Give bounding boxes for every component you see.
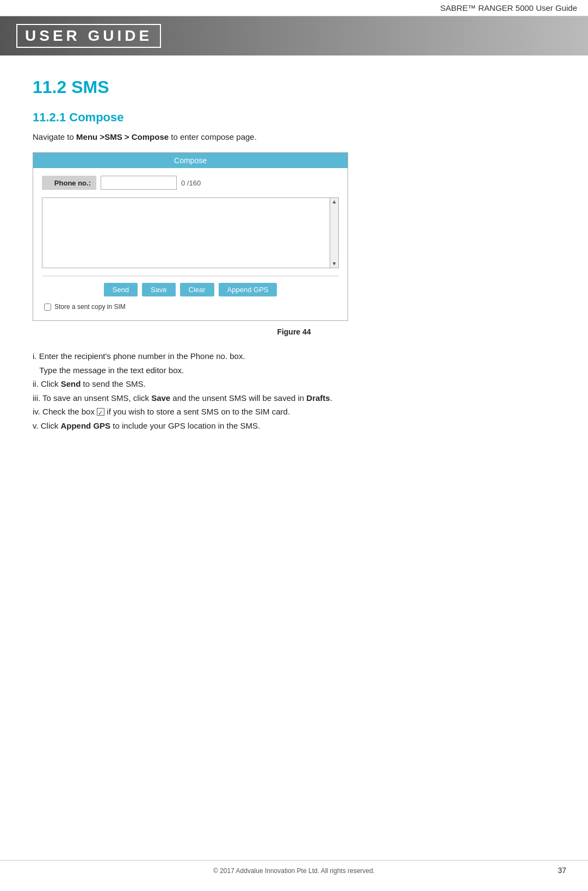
- scrollbar: ▲ ▼: [330, 198, 338, 268]
- banner-text: USER GUIDE: [16, 24, 161, 48]
- save-ref: Save: [151, 393, 170, 403]
- compose-ui-mock: Compose Phone no.: 0 /160 ▲ ▼ Send: [33, 152, 348, 321]
- instruction-iii: iii. To save an unsent SMS, click Save a…: [33, 391, 555, 405]
- page-header: SABRE™ RANGER 5000 User Guide: [0, 0, 588, 16]
- section-title: 11.2 SMS: [33, 77, 555, 97]
- divider: [42, 276, 339, 276]
- phone-row: Phone no.: 0 /160: [42, 176, 339, 190]
- footer-divider: [0, 860, 588, 861]
- phone-label: Phone no.:: [42, 176, 96, 190]
- subsection-title: 11.2.1 Compose: [33, 110, 555, 125]
- instructions: i. Enter the recipient's phone number in…: [33, 349, 555, 432]
- nav-instruction-prefix: Navigate to: [33, 132, 76, 141]
- store-label: Store a sent copy in SIM: [54, 303, 126, 311]
- compose-header: Compose: [33, 153, 348, 168]
- user-guide-banner: USER GUIDE: [0, 16, 588, 55]
- drafts-ref: Drafts: [306, 393, 330, 403]
- instruction-ii: ii. Click Send to send the SMS.: [33, 377, 555, 391]
- send-ref: Send: [61, 379, 81, 388]
- nav-instruction: Navigate to Menu >SMS > Compose to enter…: [33, 132, 555, 141]
- page-footer: © 2017 Addvalue Innovation Pte Ltd. All …: [0, 860, 588, 875]
- phone-input[interactable]: [101, 176, 177, 190]
- compose-body: Phone no.: 0 /160 ▲ ▼ Send Save Clear A: [33, 168, 348, 320]
- scroll-up-arrow: ▲: [332, 199, 337, 205]
- instruction-v: v. Click Append GPS to include your GPS …: [33, 419, 555, 433]
- footer-copyright: © 2017 Addvalue Innovation Pte Ltd. All …: [213, 867, 375, 875]
- clear-button[interactable]: Clear: [180, 283, 214, 296]
- send-button[interactable]: Send: [104, 283, 138, 296]
- main-content: 11.2 SMS 11.2.1 Compose Navigate to Menu…: [0, 55, 588, 487]
- save-button[interactable]: Save: [142, 283, 176, 296]
- page-number: 37: [558, 866, 566, 875]
- message-textarea[interactable]: ▲ ▼: [42, 197, 339, 268]
- scroll-down-arrow: ▼: [332, 261, 337, 267]
- nav-instruction-bold: Menu >SMS > Compose: [76, 132, 169, 141]
- store-checkbox[interactable]: [44, 304, 51, 311]
- append-gps-button[interactable]: Append GPS: [219, 283, 277, 296]
- header-title: SABRE™ RANGER 5000 User Guide: [440, 3, 577, 13]
- append-gps-ref: Append GPS: [60, 421, 110, 430]
- figure-caption: Figure 44: [33, 327, 555, 336]
- phone-input-wrap: 0 /160: [101, 176, 339, 190]
- instruction-iv: iv. Check the box if you wish to store a…: [33, 405, 555, 419]
- instruction-i: i. Enter the recipient's phone number in…: [33, 349, 555, 363]
- buttons-row: Send Save Clear Append GPS: [42, 283, 339, 296]
- store-row: Store a sent copy in SIM: [42, 303, 339, 313]
- phone-counter: 0 /160: [181, 179, 201, 187]
- instruction-i-cont: Type the message in the text editor box.: [33, 363, 555, 378]
- nav-instruction-suffix: to enter compose page.: [169, 132, 257, 141]
- checkbox-icon: [97, 408, 104, 416]
